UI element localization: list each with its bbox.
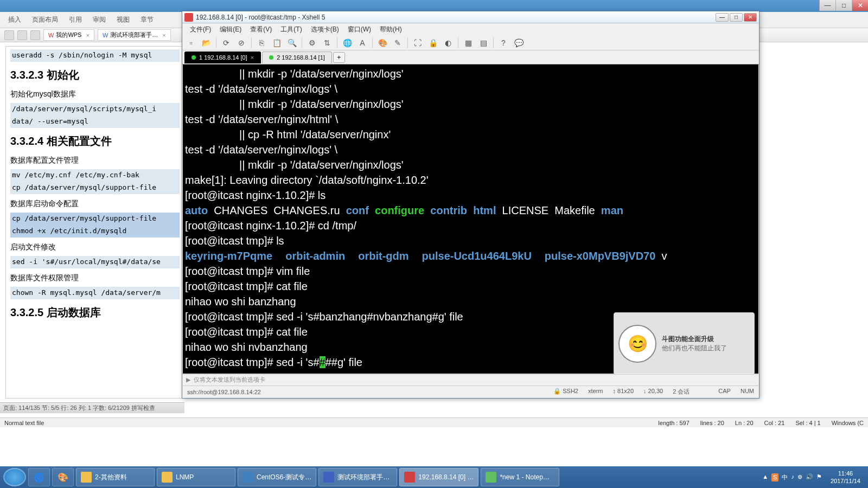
taskbar-app-xshell[interactable]: 192.168.8.14 [0] … xyxy=(399,468,478,486)
wps-statusbar: 页面: 114/135 节: 5/5 行: 26 列: 1 字数: 6/2120… xyxy=(0,402,184,413)
tray-icon[interactable]: ⊕ xyxy=(797,473,802,481)
menu-tools[interactable]: 工具(T) xyxy=(277,24,305,35)
taskbar-app-vm[interactable]: CentOS6-测试专… xyxy=(238,468,316,486)
disconnect-icon[interactable]: ⊘ xyxy=(236,37,247,48)
notification-toast[interactable]: 😊 斗图功能全面升级 他们再也不能阻止我了 xyxy=(614,312,755,375)
minimize-button[interactable]: — xyxy=(716,13,729,22)
xshell-tabbar: 1 192.168.8.14 [0] × 2 192.168.8.14 [1] … xyxy=(182,50,759,65)
heading: 3.3.2.5 启动数据库 xyxy=(10,304,180,321)
notepadpp-statusbar: Normal text file length : 597 lines : 20… xyxy=(0,418,868,427)
terminal-cursor: # xyxy=(320,356,326,368)
maximize-button[interactable]: □ xyxy=(835,0,852,11)
session-tab-1[interactable]: 1 192.168.8.14 [0] × xyxy=(184,52,261,63)
close-icon[interactable]: × xyxy=(162,32,165,38)
start-button[interactable] xyxy=(3,468,26,486)
close-button[interactable]: ✕ xyxy=(852,0,868,11)
close-icon[interactable]: × xyxy=(86,32,89,38)
status-dot-icon xyxy=(269,55,273,60)
tray-icon[interactable]: 中 xyxy=(782,473,788,481)
paste-icon[interactable]: 📋 xyxy=(271,37,282,48)
close-button[interactable]: ✕ xyxy=(744,13,757,22)
doc-text: 启动文件修改 xyxy=(10,241,180,253)
toast-avatar-icon: 😊 xyxy=(618,325,656,363)
search-icon[interactable]: 🔍 xyxy=(286,37,297,48)
xshell-input-bar[interactable]: ▶ 仅将文本发送到当前选项卡 xyxy=(183,374,758,385)
tray-icon[interactable]: ▲ xyxy=(762,473,768,481)
save-icon[interactable] xyxy=(4,30,14,40)
code-line: cp /data/server/mysql/support-file xyxy=(10,213,180,225)
tray-ime-icon[interactable]: S xyxy=(771,473,778,481)
code-line: mv /etc/my.cnf /etc/my.cnf-bak xyxy=(10,169,180,182)
paint-icon[interactable]: 🎨 xyxy=(52,468,74,486)
wps-titlebar xyxy=(0,0,868,12)
heading: 3.3.2.3 初始化 xyxy=(10,66,180,84)
session-tab-2[interactable]: 2 192.168.8.14 [1] xyxy=(262,52,332,63)
transfer-icon[interactable]: ⇅ xyxy=(322,37,333,48)
minimize-button[interactable]: — xyxy=(819,0,835,11)
chat-icon[interactable]: 💬 xyxy=(513,37,524,48)
code-line: sed -i 's#/usr/local/mysql#/data/se xyxy=(10,256,180,268)
code-line: data/ --user=mysql xyxy=(10,115,180,128)
connection-info: ssh://root@192.168.8.14:22 xyxy=(187,389,261,395)
code-line: cp /data/server/mysql/support-file xyxy=(10,182,180,194)
xshell-window: 192.168.8.14 [0] - root@itcast:/tmp - Xs… xyxy=(182,11,760,399)
wps-document: useradd -s /sbin/nologin -M mysql 3.3.2.… xyxy=(5,46,184,399)
font-icon[interactable]: A xyxy=(357,37,368,48)
menu-edit[interactable]: 编辑(E) xyxy=(216,24,245,35)
taskbar-clock[interactable]: 11:46 2017/11/14 xyxy=(826,470,865,485)
explorer-icon[interactable]: 🌀 xyxy=(28,468,50,486)
maximize-button[interactable]: □ xyxy=(730,13,743,22)
undo-icon[interactable] xyxy=(17,30,27,40)
redo-icon[interactable] xyxy=(30,30,40,40)
arrange-icon[interactable]: ▦ xyxy=(463,37,474,48)
color-icon[interactable]: 🎨 xyxy=(377,37,388,48)
taskbar-app-folder1[interactable]: 2-其他资料 xyxy=(76,468,155,486)
new-session-icon[interactable]: ▫ xyxy=(186,37,196,48)
copy-icon[interactable]: ⎘ xyxy=(256,37,267,48)
ribbon-review[interactable]: 审阅 xyxy=(93,15,106,24)
tray-icon[interactable]: 🔊 xyxy=(806,473,813,481)
ribbon-references[interactable]: 引用 xyxy=(69,15,82,24)
highlight-icon[interactable]: ✎ xyxy=(392,37,403,48)
toast-subtitle: 他们再也不能阻止我了 xyxy=(662,344,727,353)
code-line: chmod +x /etc/init.d/mysqld xyxy=(10,225,180,237)
menu-window[interactable]: 窗口(W) xyxy=(344,24,374,35)
globe-icon[interactable]: 🌐 xyxy=(342,37,353,48)
menu-file[interactable]: 文件(F) xyxy=(187,24,214,35)
windows-taskbar: 🌀 🎨 2-其他资料 LNMP CentOS6-测试专… 测试环境部署手… 19… xyxy=(0,466,868,488)
xshell-menubar: 文件(F) 编辑(E) 查看(V) 工具(T) 选项卡(B) 窗口(W) 帮助(… xyxy=(182,23,759,35)
properties-icon[interactable]: ⚙ xyxy=(307,37,317,48)
tray-icon[interactable]: ♪ xyxy=(791,473,794,481)
xshell-toolbar: ▫ 📂 ⟳ ⊘ ⎘ 📋 🔍 ⚙ ⇅ 🌐 A 🎨 ✎ ⛶ 🔒 ◐ ▦ ▤ ? 💬 xyxy=(182,35,759,50)
menu-tabs[interactable]: 选项卡(B) xyxy=(308,24,342,35)
ribbon-section[interactable]: 章节 xyxy=(141,15,154,24)
wps-tab-doc[interactable]: W测试环境部署手…× xyxy=(98,29,171,41)
lock-icon[interactable]: 🔒 xyxy=(427,37,438,48)
help-icon[interactable]: ? xyxy=(498,37,509,48)
menu-view[interactable]: 查看(V) xyxy=(247,24,275,35)
reconnect-icon[interactable]: ⟳ xyxy=(221,37,232,48)
code-line: chown -R mysql.mysql /data/server/m xyxy=(10,287,180,299)
taskbar-app-wps[interactable]: 测试环境部署手… xyxy=(318,468,397,486)
menu-help[interactable]: 帮助(H) xyxy=(376,24,405,35)
window-title: 192.168.8.14 [0] - root@itcast:/tmp - Xs… xyxy=(196,14,325,21)
fullscreen-icon[interactable]: ⛶ xyxy=(412,37,423,48)
xshell-titlebar[interactable]: 192.168.8.14 [0] - root@itcast:/tmp - Xs… xyxy=(182,11,759,23)
ribbon-insert[interactable]: 插入 xyxy=(8,15,21,24)
ribbon-view[interactable]: 视图 xyxy=(117,15,130,24)
close-icon[interactable]: × xyxy=(251,54,254,61)
add-tab-button[interactable]: + xyxy=(333,52,345,63)
doc-text: 数据库配置文件管理 xyxy=(10,154,180,166)
tray-icon[interactable]: ⚑ xyxy=(816,473,822,481)
wps-tab-mywps[interactable]: W我的WPS× xyxy=(43,29,94,41)
taskbar-app-folder2[interactable]: LNMP xyxy=(157,468,235,486)
transparency-icon[interactable]: ◐ xyxy=(443,37,454,48)
xshell-statusbar: ssh://root@192.168.8.14:22 🔒 SSH2 xterm … xyxy=(183,386,758,397)
taskbar-app-notepad[interactable]: *new 1 - Notep… xyxy=(481,468,559,486)
ribbon-pagelayout[interactable]: 页面布局 xyxy=(32,15,58,24)
doc-text: 数据库启动命令配置 xyxy=(10,197,180,209)
open-icon[interactable]: 📂 xyxy=(201,37,212,48)
grid-icon[interactable]: ▤ xyxy=(478,37,489,48)
code-line: useradd -s /sbin/nologin -M mysql xyxy=(10,49,180,62)
xshell-icon xyxy=(184,13,193,22)
